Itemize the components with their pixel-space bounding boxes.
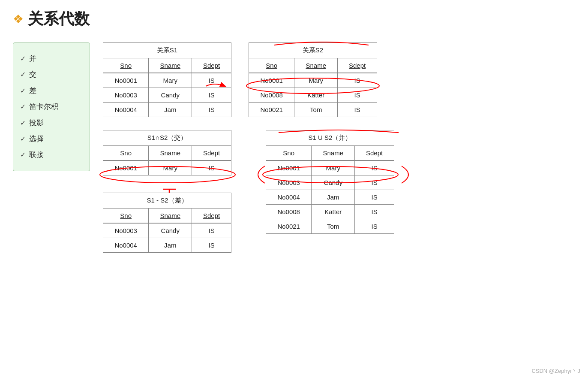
s2-r2-sdept: IS (338, 103, 377, 117)
union-r4-sno: No0021 (266, 219, 312, 234)
union-bracket-left (257, 165, 266, 184)
union-r1-sno: No0003 (266, 175, 312, 190)
s1-r0-sname: Mary (149, 73, 192, 88)
s2-r1-sno: No0008 (249, 88, 294, 103)
s1-r1-sno: No0003 (103, 88, 149, 103)
union-r3-sno: No0008 (266, 205, 312, 219)
s1-r1-sname: Candy (149, 88, 192, 103)
union-bracket-right (401, 165, 409, 184)
sidebar-item-projection: ✓ 投影 (20, 115, 79, 131)
s2-col-sname: Sname (294, 58, 338, 73)
check-icon-1: ✓ (20, 51, 26, 66)
diff-row-1: No0004 Jam IS (103, 238, 231, 253)
check-icon-5: ✓ (20, 115, 26, 130)
diff-col-sdept: Sdept (192, 209, 231, 224)
diff-r0-sdept: IS (192, 223, 231, 238)
diff-col-sno: Sno (103, 209, 149, 224)
union-r0-sno: No0001 (266, 160, 312, 175)
s2-r2-sname: Tom (294, 103, 338, 117)
union-col-sno: Sno (266, 146, 312, 161)
bottom-tables: S1∩S2（交） Sno Sname Sdept No0001 Ma (103, 130, 575, 253)
diff-r1-sno: No0004 (103, 238, 149, 253)
union-r2-sname: Jam (312, 190, 355, 205)
intersect-title: S1∩S2（交） (103, 130, 231, 146)
main-layout: ✓ 并 ✓ 交 ✓ 差 ✓ 笛卡尔积 ✓ 投影 ✓ 选择 ✓ 联接 (13, 42, 575, 253)
union-row-2: No0004 Jam IS (266, 190, 394, 205)
diff-r0-sno: No0003 (103, 223, 149, 238)
intersect-r0-sno: No0001 (103, 160, 149, 175)
sidebar-item-intersect: ✓ 交 (20, 67, 79, 82)
s1-col-sdept: Sdept (192, 58, 231, 73)
page-header: ❖ 关系代数 (13, 9, 575, 30)
footer-credit: CSDN @Zephyr丶J (531, 367, 580, 375)
s2-row-1: No0008 Katter IS (249, 88, 377, 103)
sidebar-item-union: ✓ 并 (20, 51, 79, 67)
sidebar-label-projection: 投影 (29, 115, 44, 131)
sidebar-label-diff: 差 (29, 83, 36, 99)
s2-table-wrapper: 关系S2 Sno Sname Sdept No0001 Mary IS (249, 42, 377, 117)
sidebar-item-cartesian: ✓ 笛卡尔积 (20, 99, 79, 115)
diff-title: S1 - S2（差） (103, 193, 231, 209)
s1-r0-sdept: IS (192, 73, 231, 88)
s1-title: 关系S1 (103, 43, 231, 58)
union-col-sdept: Sdept (355, 146, 394, 161)
intersect-table-wrapper: S1∩S2（交） Sno Sname Sdept No0001 Ma (103, 130, 231, 175)
table-s2: 关系S2 Sno Sname Sdept No0001 Mary IS (249, 42, 377, 117)
union-r2-sdept: IS (355, 190, 394, 205)
s1-r2-sname: Jam (149, 103, 192, 117)
union-row-3: No0008 Katter IS (266, 205, 394, 219)
sidebar-label-union: 并 (29, 51, 36, 67)
union-r4-sdept: IS (355, 219, 394, 234)
diff-table-wrapper: S1 - S2（差） Sno Sname Sdept No0003 (103, 193, 231, 253)
sidebar: ✓ 并 ✓ 交 ✓ 差 ✓ 笛卡尔积 ✓ 投影 ✓ 选择 ✓ 联接 (13, 42, 90, 171)
page-title: 关系代数 (28, 9, 90, 30)
s2-r1-sname: Katter (294, 88, 338, 103)
title-icon: ❖ (13, 12, 24, 26)
diff-r1-sdept: IS (192, 238, 231, 253)
table-intersect: S1∩S2（交） Sno Sname Sdept No0001 Ma (103, 130, 231, 175)
s1-r0-sno: No0001 (103, 73, 149, 88)
content-area: 关系S1 Sno Sname Sdept No0001 Mary IS (103, 42, 575, 253)
s2-title: 关系S2 (249, 43, 377, 58)
s2-r0-sdept: IS (338, 73, 377, 88)
s1-col-sname: Sname (149, 58, 192, 73)
s2-col-sdept: Sdept (338, 58, 377, 73)
union-row-4: No0021 Tom IS (266, 219, 394, 234)
sidebar-label-selection: 选择 (29, 131, 44, 147)
table-diff: S1 - S2（差） Sno Sname Sdept No0003 (103, 193, 231, 253)
s2-r0-sname: Mary (294, 73, 338, 88)
union-title: S1 U S2（并） (266, 130, 394, 146)
union-r3-sname: Katter (312, 205, 355, 219)
diff-col-sname: Sname (149, 209, 192, 224)
s1-row-1: No0003 Candy IS (103, 88, 231, 103)
s2-row-0: No0001 Mary IS (249, 73, 377, 88)
sidebar-item-selection: ✓ 选择 (20, 131, 79, 147)
s1-r1-sdept: IS (192, 88, 231, 103)
union-r0-sdept: IS (355, 160, 394, 175)
intersect-col-sno: Sno (103, 146, 149, 161)
s1-row-2: No0004 Jam IS (103, 103, 231, 117)
union-col-sname: Sname (312, 146, 355, 161)
union-table-wrapper: S1 U S2（并） Sno Sname Sdept No0001 Mary I… (266, 130, 394, 234)
sidebar-label-intersect: 交 (29, 67, 36, 82)
check-icon-3: ✓ (20, 83, 26, 98)
intersect-col-sdept: Sdept (192, 146, 231, 161)
s2-row-2: No0021 Tom IS (249, 103, 377, 117)
s2-r2-sno: No0021 (249, 103, 294, 117)
s2-r0-sno: No0001 (249, 73, 294, 88)
intersect-r0-sdept: IS (192, 160, 231, 175)
sidebar-label-cartesian: 笛卡尔积 (29, 99, 58, 115)
check-icon-4: ✓ (20, 99, 26, 114)
union-r2-sno: No0004 (266, 190, 312, 205)
union-r4-sname: Tom (312, 219, 355, 234)
s2-r1-sdept: IS (338, 88, 377, 103)
check-icon-2: ✓ (20, 67, 26, 82)
table-s1: 关系S1 Sno Sname Sdept No0001 Mary IS (103, 42, 231, 117)
intersect-col-sname: Sname (149, 146, 192, 161)
union-r0-sname: Mary (312, 160, 355, 175)
s1-r2-sdept: IS (192, 103, 231, 117)
check-icon-6: ✓ (20, 131, 26, 146)
sidebar-item-join: ✓ 联接 (20, 147, 79, 163)
union-row-0: No0001 Mary IS (266, 160, 394, 175)
intersect-row-0: No0001 Mary IS (103, 160, 231, 175)
